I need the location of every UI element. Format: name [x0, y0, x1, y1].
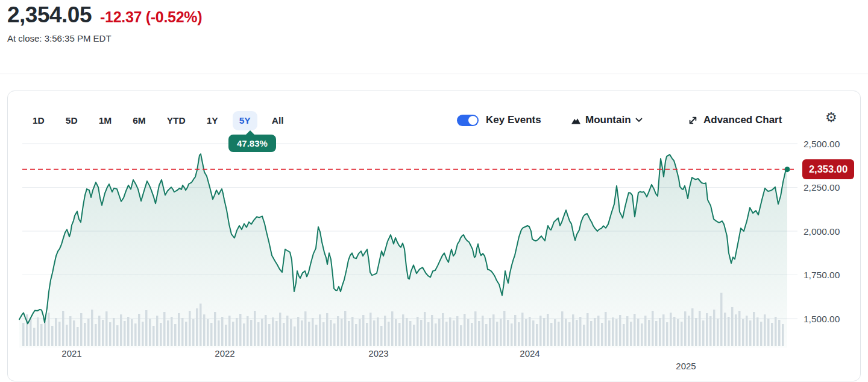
header-divider	[0, 74, 868, 74]
x-axis-labels: 20212022202320242025	[61, 348, 696, 371]
mountain-icon	[571, 116, 581, 125]
expand-arrows-icon	[688, 115, 698, 126]
range-tab-bar: 1D 5D 1M 6M YTD 1Y 5Y All	[26, 111, 291, 130]
key-events-toggle[interactable]	[457, 115, 479, 126]
tab-5d[interactable]: 5D	[59, 111, 84, 130]
price-change: -12.37 (-0.52%)	[100, 8, 202, 26]
quote-header: 2,354.05 -12.37 (-0.52%) At close: 3:56:…	[7, 2, 202, 43]
chevron-down-icon	[635, 118, 643, 123]
svg-text:2,250.00: 2,250.00	[804, 182, 840, 193]
market-close-time: At close: 3:56:35 PM EDT	[7, 33, 202, 43]
svg-text:2024: 2024	[520, 348, 539, 358]
tab-1m[interactable]: 1M	[92, 111, 119, 130]
price-value: 2,354.05	[7, 2, 92, 28]
tab-5y[interactable]: 5Y	[233, 111, 257, 130]
tab-1y[interactable]: 1Y	[200, 111, 225, 130]
toggle-knob	[468, 116, 477, 125]
finance-quote-page: { "header": { "price": "2,354.05", "chan…	[0, 0, 868, 382]
last-price-dot	[785, 167, 790, 172]
current-price-tag: 2,353.00	[802, 159, 854, 179]
chart-type-label: Mountain	[585, 114, 631, 126]
chart-card: 2,500.002,250.002,000.001,750.001,500.00…	[7, 91, 861, 381]
gain-badge: 47.83%	[228, 135, 276, 152]
svg-text:2021: 2021	[61, 348, 81, 358]
svg-text:1,750.00: 1,750.00	[804, 270, 840, 280]
tab-ytd[interactable]: YTD	[160, 111, 192, 130]
svg-text:2022: 2022	[215, 348, 234, 358]
svg-text:2,500.00: 2,500.00	[804, 139, 840, 149]
chart-canvas[interactable]: 2,500.002,250.002,000.001,750.001,500.00…	[8, 91, 860, 381]
svg-text:1,500.00: 1,500.00	[804, 314, 840, 324]
tab-6m[interactable]: 6M	[126, 111, 153, 130]
chart-type-dropdown[interactable]: Mountain	[571, 114, 643, 126]
tab-all[interactable]: All	[265, 111, 291, 130]
svg-text:2025: 2025	[676, 361, 696, 371]
advanced-chart-link[interactable]: Advanced Chart	[688, 114, 782, 126]
advanced-chart-label: Advanced Chart	[703, 114, 782, 126]
svg-text:2023: 2023	[368, 348, 388, 358]
tab-1d[interactable]: 1D	[26, 111, 51, 130]
price-row: 2,354.05 -12.37 (-0.52%)	[7, 2, 202, 28]
key-events-label: Key Events	[486, 114, 541, 126]
svg-text:2,000.00: 2,000.00	[804, 226, 840, 237]
gear-icon[interactable]: ⚙	[825, 111, 837, 124]
